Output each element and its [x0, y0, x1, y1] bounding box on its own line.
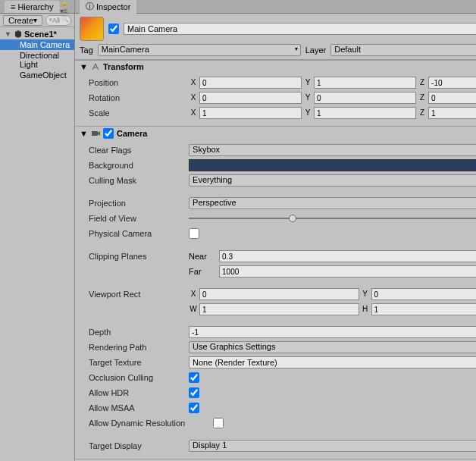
fov-slider[interactable]	[189, 218, 476, 219]
foldout-icon[interactable]: ▼	[80, 62, 88, 71]
transform-component: ▼ Transform 📖⚙ Position X Y Z Rotation X…	[75, 60, 476, 126]
allow-hdr-checkbox[interactable]	[189, 387, 199, 398]
tag-label: Tag	[80, 45, 93, 55]
rendering-path-dropdown[interactable]: Use Graphics Settings	[189, 341, 476, 353]
position-x-input[interactable]	[199, 77, 302, 89]
allow-hdr-label: Allow HDR	[89, 388, 186, 397]
viewport-rect-label: Viewport Rect	[89, 290, 186, 299]
hierarchy-tab-bar: ≡ Hierarchy 🔒 ▾≡	[0, 0, 74, 14]
depth-input[interactable]	[189, 326, 476, 338]
background-label: Background	[89, 161, 186, 170]
position-label: Position	[89, 78, 186, 87]
gameobject-header: Static ▾ Tag MainCamera Layer Default	[75, 14, 476, 60]
near-input[interactable]	[219, 250, 476, 262]
gameobject-active-checkbox[interactable]	[108, 24, 119, 34]
camera-icon	[91, 129, 100, 138]
occlusion-culling-label: Occlusion Culling	[89, 373, 186, 382]
hierarchy-search-input[interactable]: ᵠAll	[45, 15, 71, 26]
hierarchy-tree: ▼ Scene1* Main Camera Directional Light …	[0, 27, 74, 461]
scale-z-input[interactable]	[428, 107, 476, 119]
culling-mask-label: Culling Mask	[89, 176, 186, 185]
allow-msaa-checkbox[interactable]	[189, 403, 199, 413]
transform-icon	[91, 62, 100, 71]
foldout-icon[interactable]: ▼	[80, 129, 88, 138]
hierarchy-tab-label: Hierarchy	[17, 2, 53, 11]
gameobject-icon[interactable]	[80, 17, 104, 41]
clipping-planes-label: Clipping Planes	[89, 252, 186, 261]
target-display-label: Target Display	[89, 441, 186, 450]
dynamic-resolution-label: Allow Dynamic Resolution	[89, 419, 210, 428]
position-y-input[interactable]	[314, 77, 416, 89]
foldout-icon[interactable]: ▼	[5, 30, 12, 38]
far-input[interactable]	[219, 265, 476, 278]
inspector-panel: ⓘ Inspector 🔒 ▾≡ Static ▾ Tag MainCamera…	[75, 0, 476, 461]
physical-camera-checkbox[interactable]	[189, 228, 199, 239]
viewport-x-input[interactable]	[199, 288, 359, 300]
dynamic-resolution-checkbox[interactable]	[213, 418, 224, 428]
tag-dropdown[interactable]: MainCamera	[98, 44, 301, 56]
rotation-label: Rotation	[89, 93, 186, 102]
rotation-x-input[interactable]	[199, 92, 302, 104]
viewport-y-input[interactable]	[371, 288, 476, 300]
scale-label: Scale	[89, 108, 186, 118]
unity-icon	[14, 30, 23, 39]
info-icon: ⓘ	[86, 1, 94, 12]
near-label: Near	[189, 252, 216, 261]
clear-flags-label: Clear Flags	[89, 146, 186, 155]
transform-header[interactable]: ▼ Transform 📖⚙	[75, 61, 476, 73]
create-button[interactable]: Create ▾	[3, 15, 42, 26]
layer-label: Layer	[305, 45, 327, 55]
scale-x-input[interactable]	[199, 107, 302, 119]
viewport-w-input[interactable]	[199, 303, 359, 315]
fov-label: Field of View	[89, 214, 186, 223]
hierarchy-tab[interactable]: ≡ Hierarchy	[5, 1, 60, 13]
hierarchy-icon: ≡	[11, 2, 15, 11]
camera-component: ▼ Camera 📖⚙ Clear Flags Skybox Backgroun…	[75, 126, 476, 459]
target-display-dropdown[interactable]: Display 1	[189, 440, 476, 452]
hierarchy-item-gameobject[interactable]: GameObject	[0, 70, 74, 80]
allow-msaa-label: Allow MSAA	[89, 403, 186, 412]
depth-label: Depth	[89, 328, 186, 337]
hierarchy-panel: ≡ Hierarchy 🔒 ▾≡ Create ▾ ᵠAll ▼ Scene1*…	[0, 0, 75, 461]
hierarchy-item-main-camera[interactable]: Main Camera	[0, 39, 74, 50]
layer-dropdown[interactable]: Default	[330, 44, 476, 56]
far-label: Far	[189, 267, 216, 276]
clear-flags-dropdown[interactable]: Skybox	[189, 144, 476, 156]
rendering-path-label: Rendering Path	[89, 343, 186, 352]
inspector-tab-label: Inspector	[96, 2, 130, 11]
rotation-z-input[interactable]	[428, 92, 476, 104]
viewport-h-input[interactable]	[371, 303, 476, 315]
culling-mask-dropdown[interactable]: Everything	[189, 174, 476, 187]
physical-camera-label: Physical Camera	[89, 229, 186, 238]
svg-rect-0	[92, 131, 98, 136]
rotation-y-input[interactable]	[314, 92, 416, 104]
target-texture-label: Target Texture	[89, 358, 186, 367]
hierarchy-toolbar: Create ▾ ᵠAll	[0, 14, 74, 27]
camera-enabled-checkbox[interactable]	[103, 128, 114, 139]
scene-name: Scene1*	[24, 30, 57, 39]
camera-header[interactable]: ▼ Camera 📖⚙	[75, 127, 476, 140]
hierarchy-item-directional-light[interactable]: Directional Light	[0, 50, 74, 70]
panel-lock-icon[interactable]: 🔒 ▾≡	[60, 0, 70, 15]
target-texture-field[interactable]: None (Render Texture)	[189, 356, 476, 368]
projection-label: Projection	[89, 199, 186, 208]
inspector-tab[interactable]: ⓘ Inspector	[80, 0, 136, 14]
projection-dropdown[interactable]: Perspective	[189, 197, 476, 209]
background-color-field[interactable]	[189, 159, 476, 171]
occlusion-culling-checkbox[interactable]	[189, 372, 199, 383]
scale-y-input[interactable]	[314, 107, 416, 119]
hierarchy-scene-row[interactable]: ▼ Scene1*	[0, 29, 74, 39]
inspector-tab-bar: ⓘ Inspector 🔒 ▾≡	[75, 0, 476, 14]
gameobject-name-input[interactable]	[124, 23, 476, 35]
position-z-input[interactable]	[428, 77, 476, 89]
